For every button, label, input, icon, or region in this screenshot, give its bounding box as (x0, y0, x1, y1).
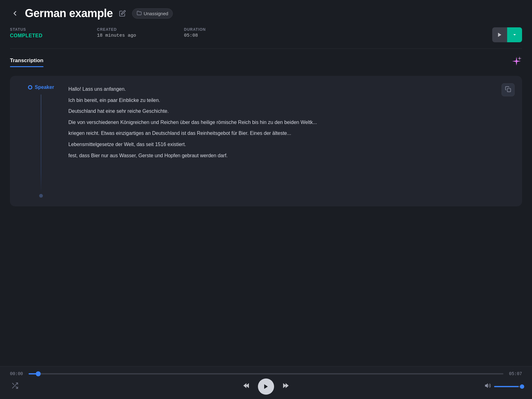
back-button[interactable] (10, 8, 20, 18)
volume-icon (485, 383, 491, 390)
transcript-line-7: fest, dass Bier nur aus Wasser, Gerste u… (68, 152, 513, 160)
transcript-text: Hallo! Lass uns anfangen. Ich bin bereit… (68, 85, 513, 198)
controls-row (10, 381, 522, 392)
svg-marker-0 (498, 33, 502, 37)
copy-button[interactable] (502, 83, 515, 96)
volume-controls (485, 383, 522, 390)
transcript-line-1: Hallo! Lass uns anfangen. (68, 85, 513, 93)
svg-line-4 (12, 383, 14, 385)
status-item: STATUS COMPLETED (10, 27, 97, 39)
svg-marker-9 (286, 383, 289, 388)
volume-fill (494, 386, 519, 387)
forward-button[interactable] (282, 382, 289, 391)
transcript-line-4: Die von verschiedenen Königreichen und R… (68, 118, 513, 126)
page-title: German example (25, 7, 113, 20)
created-value: 18 minutes ago (97, 33, 184, 38)
header-play-controls (492, 27, 522, 42)
volume-bar[interactable] (494, 386, 522, 387)
speaker-column: Speaker (19, 85, 68, 198)
transcript-card: Speaker Hallo! Lass uns anfangen. Ich bi… (10, 76, 522, 206)
duration-item: DURATION 05:08 (184, 27, 271, 38)
rewind-button[interactable] (243, 382, 250, 391)
page-header: German example Unassigned (0, 0, 532, 25)
svg-rect-1 (507, 89, 511, 92)
status-value: COMPLETED (10, 33, 97, 39)
header-dropdown-button[interactable] (507, 27, 522, 42)
transcript-line-6: Lebensmittelgesetze der Welt, das seit 1… (68, 140, 513, 149)
play-pause-button[interactable] (258, 378, 274, 395)
progress-bar[interactable] (29, 373, 503, 374)
header-play-button[interactable] (492, 27, 507, 42)
edit-button[interactable] (118, 9, 127, 18)
duration-label: DURATION (184, 27, 271, 32)
duration-value: 05:08 (184, 33, 271, 38)
svg-marker-10 (485, 384, 488, 388)
transcription-tab[interactable]: Transcription (10, 57, 44, 67)
created-label: CREATED (97, 27, 184, 32)
transcript-line-2: Ich bin bereit, ein paar Einblicke zu te… (68, 96, 513, 104)
transcription-label: Transcription (10, 57, 44, 64)
progress-row: 00:00 05:07 (10, 371, 522, 376)
folder-icon (137, 11, 142, 16)
svg-marker-6 (243, 383, 246, 388)
audio-player: 00:00 05:07 (0, 366, 532, 399)
speaker-label: Speaker (28, 85, 54, 90)
badge-label: Unassigned (144, 11, 168, 16)
created-item: CREATED 18 minutes ago (97, 27, 184, 38)
status-label: STATUS (10, 27, 97, 32)
timeline-dot-bottom (39, 194, 43, 198)
time-total: 05:07 (508, 371, 522, 376)
speaker-dot (28, 85, 32, 89)
transcript-line-3: Deutschland hat eine sehr reiche Geschic… (68, 107, 513, 115)
time-current: 00:00 (10, 371, 24, 376)
progress-thumb[interactable] (36, 371, 41, 376)
center-controls (243, 378, 289, 395)
svg-marker-7 (264, 384, 268, 389)
timeline-line (41, 94, 41, 193)
shuffle-button[interactable] (10, 381, 20, 392)
sparkle-icon[interactable] (511, 56, 522, 69)
transcript-line-5: kriegen reicht. Etwas einzigartiges an D… (68, 129, 513, 137)
transcription-header: Transcription (0, 49, 532, 69)
assignment-badge[interactable]: Unassigned (132, 8, 173, 19)
volume-thumb[interactable] (520, 384, 524, 389)
meta-row: STATUS COMPLETED CREATED 18 minutes ago … (0, 25, 532, 48)
tab-underline (10, 66, 44, 67)
